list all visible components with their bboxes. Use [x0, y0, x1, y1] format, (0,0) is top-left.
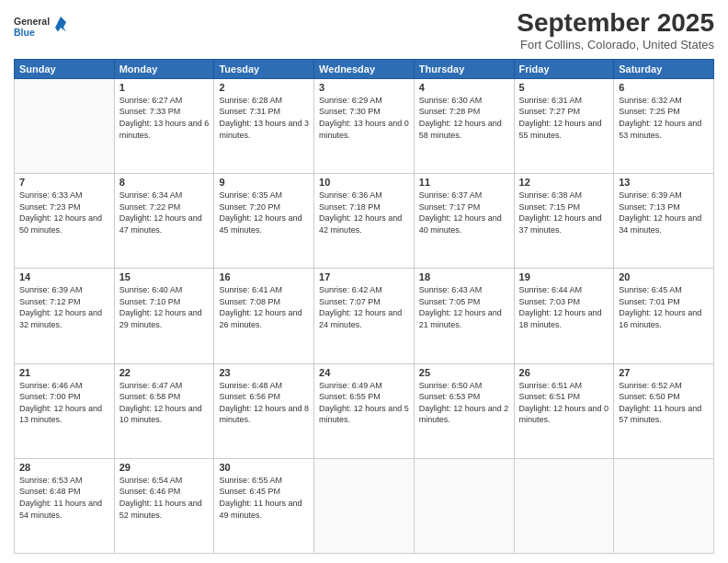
day-number: 24 — [319, 367, 409, 378]
calendar-cell: 10Sunrise: 6:36 AMSunset: 7:18 PMDayligh… — [314, 174, 415, 269]
day-number: 4 — [419, 82, 509, 93]
calendar-cell: 11Sunrise: 6:37 AMSunset: 7:17 PMDayligh… — [414, 174, 514, 269]
calendar-cell: 3Sunrise: 6:29 AMSunset: 7:30 PMDaylight… — [314, 78, 415, 173]
day-info: Sunrise: 6:51 AMSunset: 6:51 PMDaylight:… — [519, 380, 609, 426]
day-number: 12 — [519, 177, 609, 188]
day-number: 7 — [19, 177, 109, 188]
day-number: 17 — [319, 271, 409, 282]
weekday-wednesday: Wednesday — [314, 59, 415, 78]
day-number: 20 — [619, 271, 709, 282]
day-info: Sunrise: 6:40 AMSunset: 7:10 PMDaylight:… — [119, 284, 210, 330]
day-number: 30 — [219, 462, 309, 473]
day-number: 10 — [319, 177, 409, 188]
calendar-cell — [414, 458, 514, 553]
day-info: Sunrise: 6:53 AMSunset: 6:48 PMDaylight:… — [19, 475, 109, 521]
day-number: 1 — [119, 82, 210, 93]
day-number: 19 — [519, 271, 609, 282]
day-info: Sunrise: 6:29 AMSunset: 7:30 PMDaylight:… — [319, 95, 409, 141]
svg-marker-2 — [55, 17, 66, 32]
calendar-cell — [15, 78, 115, 173]
day-number: 13 — [619, 177, 709, 188]
day-number: 3 — [319, 82, 409, 93]
calendar-cell: 13Sunrise: 6:39 AMSunset: 7:13 PMDayligh… — [614, 174, 714, 269]
weekday-saturday: Saturday — [614, 59, 714, 78]
day-info: Sunrise: 6:50 AMSunset: 6:53 PMDaylight:… — [419, 380, 509, 426]
calendar-cell — [614, 458, 714, 553]
calendar-cell: 12Sunrise: 6:38 AMSunset: 7:15 PMDayligh… — [514, 174, 614, 269]
day-info: Sunrise: 6:35 AMSunset: 7:20 PMDaylight:… — [219, 190, 309, 236]
calendar-cell: 7Sunrise: 6:33 AMSunset: 7:23 PMDaylight… — [15, 174, 115, 269]
logo-svg: General Blue — [14, 9, 69, 46]
calendar-cell: 4Sunrise: 6:30 AMSunset: 7:28 PMDaylight… — [414, 78, 514, 173]
calendar-cell: 17Sunrise: 6:42 AMSunset: 7:07 PMDayligh… — [314, 269, 415, 363]
calendar-cell: 5Sunrise: 6:31 AMSunset: 7:27 PMDaylight… — [514, 78, 614, 173]
day-number: 18 — [419, 271, 509, 282]
header: General Blue September 2025 Fort Collins… — [14, 9, 714, 52]
calendar-cell: 29Sunrise: 6:54 AMSunset: 6:46 PMDayligh… — [114, 458, 214, 553]
day-info: Sunrise: 6:54 AMSunset: 6:46 PMDaylight:… — [119, 475, 210, 521]
calendar-cell: 6Sunrise: 6:32 AMSunset: 7:25 PMDaylight… — [614, 78, 714, 173]
calendar-cell: 1Sunrise: 6:27 AMSunset: 7:33 PMDaylight… — [114, 78, 214, 173]
day-info: Sunrise: 6:37 AMSunset: 7:17 PMDaylight:… — [419, 190, 509, 236]
day-info: Sunrise: 6:42 AMSunset: 7:07 PMDaylight:… — [319, 284, 409, 330]
day-info: Sunrise: 6:38 AMSunset: 7:15 PMDaylight:… — [519, 190, 609, 236]
day-info: Sunrise: 6:44 AMSunset: 7:03 PMDaylight:… — [519, 284, 609, 330]
calendar-cell: 23Sunrise: 6:48 AMSunset: 6:56 PMDayligh… — [214, 363, 314, 458]
week-row-1: 1Sunrise: 6:27 AMSunset: 7:33 PMDaylight… — [15, 78, 714, 173]
day-info: Sunrise: 6:41 AMSunset: 7:08 PMDaylight:… — [219, 284, 309, 330]
calendar-body: 1Sunrise: 6:27 AMSunset: 7:33 PMDaylight… — [15, 78, 714, 553]
calendar-cell: 30Sunrise: 6:55 AMSunset: 6:45 PMDayligh… — [214, 458, 314, 553]
day-number: 16 — [219, 271, 309, 282]
day-number: 23 — [219, 367, 309, 378]
week-row-4: 21Sunrise: 6:46 AMSunset: 7:00 PMDayligh… — [15, 363, 714, 458]
calendar-cell: 28Sunrise: 6:53 AMSunset: 6:48 PMDayligh… — [15, 458, 115, 553]
calendar-cell: 21Sunrise: 6:46 AMSunset: 7:00 PMDayligh… — [15, 363, 115, 458]
month-title: September 2025 — [517, 9, 714, 38]
day-number: 22 — [119, 367, 210, 378]
day-info: Sunrise: 6:52 AMSunset: 6:50 PMDaylight:… — [619, 380, 709, 426]
day-number: 5 — [519, 82, 609, 93]
day-info: Sunrise: 6:33 AMSunset: 7:23 PMDaylight:… — [19, 190, 109, 236]
weekday-thursday: Thursday — [414, 59, 514, 78]
day-info: Sunrise: 6:36 AMSunset: 7:18 PMDaylight:… — [319, 190, 409, 236]
day-info: Sunrise: 6:34 AMSunset: 7:22 PMDaylight:… — [119, 190, 210, 236]
calendar-cell: 22Sunrise: 6:47 AMSunset: 6:58 PMDayligh… — [114, 363, 214, 458]
day-info: Sunrise: 6:32 AMSunset: 7:25 PMDaylight:… — [619, 95, 709, 141]
weekday-tuesday: Tuesday — [214, 59, 314, 78]
day-number: 15 — [119, 271, 210, 282]
location: Fort Collins, Colorado, United States — [517, 38, 714, 52]
day-info: Sunrise: 6:28 AMSunset: 7:31 PMDaylight:… — [219, 95, 309, 141]
calendar-cell — [514, 458, 614, 553]
calendar-cell: 15Sunrise: 6:40 AMSunset: 7:10 PMDayligh… — [114, 269, 214, 363]
day-info: Sunrise: 6:30 AMSunset: 7:28 PMDaylight:… — [419, 95, 509, 141]
calendar-cell: 8Sunrise: 6:34 AMSunset: 7:22 PMDaylight… — [114, 174, 214, 269]
calendar-cell: 9Sunrise: 6:35 AMSunset: 7:20 PMDaylight… — [214, 174, 314, 269]
weekday-monday: Monday — [114, 59, 214, 78]
calendar-cell: 24Sunrise: 6:49 AMSunset: 6:55 PMDayligh… — [314, 363, 415, 458]
svg-text:General: General — [14, 16, 50, 27]
day-info: Sunrise: 6:45 AMSunset: 7:01 PMDaylight:… — [619, 284, 709, 330]
calendar-cell: 26Sunrise: 6:51 AMSunset: 6:51 PMDayligh… — [514, 363, 614, 458]
calendar-cell: 27Sunrise: 6:52 AMSunset: 6:50 PMDayligh… — [614, 363, 714, 458]
day-info: Sunrise: 6:47 AMSunset: 6:58 PMDaylight:… — [119, 380, 210, 426]
calendar-cell: 25Sunrise: 6:50 AMSunset: 6:53 PMDayligh… — [414, 363, 514, 458]
page: General Blue September 2025 Fort Collins… — [0, 0, 728, 563]
calendar-table: SundayMondayTuesdayWednesdayThursdayFrid… — [14, 59, 714, 554]
calendar-cell: 18Sunrise: 6:43 AMSunset: 7:05 PMDayligh… — [414, 269, 514, 363]
day-info: Sunrise: 6:48 AMSunset: 6:56 PMDaylight:… — [219, 380, 309, 426]
week-row-3: 14Sunrise: 6:39 AMSunset: 7:12 PMDayligh… — [15, 269, 714, 363]
day-number: 27 — [619, 367, 709, 378]
day-number: 6 — [619, 82, 709, 93]
day-number: 2 — [219, 82, 309, 93]
day-info: Sunrise: 6:46 AMSunset: 7:00 PMDaylight:… — [19, 380, 109, 426]
day-number: 26 — [519, 367, 609, 378]
day-info: Sunrise: 6:43 AMSunset: 7:05 PMDaylight:… — [419, 284, 509, 330]
day-info: Sunrise: 6:49 AMSunset: 6:55 PMDaylight:… — [319, 380, 409, 426]
day-info: Sunrise: 6:27 AMSunset: 7:33 PMDaylight:… — [119, 95, 210, 141]
weekday-friday: Friday — [514, 59, 614, 78]
svg-text:Blue: Blue — [14, 27, 35, 38]
day-info: Sunrise: 6:39 AMSunset: 7:13 PMDaylight:… — [619, 190, 709, 236]
calendar-cell: 16Sunrise: 6:41 AMSunset: 7:08 PMDayligh… — [214, 269, 314, 363]
day-number: 21 — [19, 367, 109, 378]
week-row-2: 7Sunrise: 6:33 AMSunset: 7:23 PMDaylight… — [15, 174, 714, 269]
